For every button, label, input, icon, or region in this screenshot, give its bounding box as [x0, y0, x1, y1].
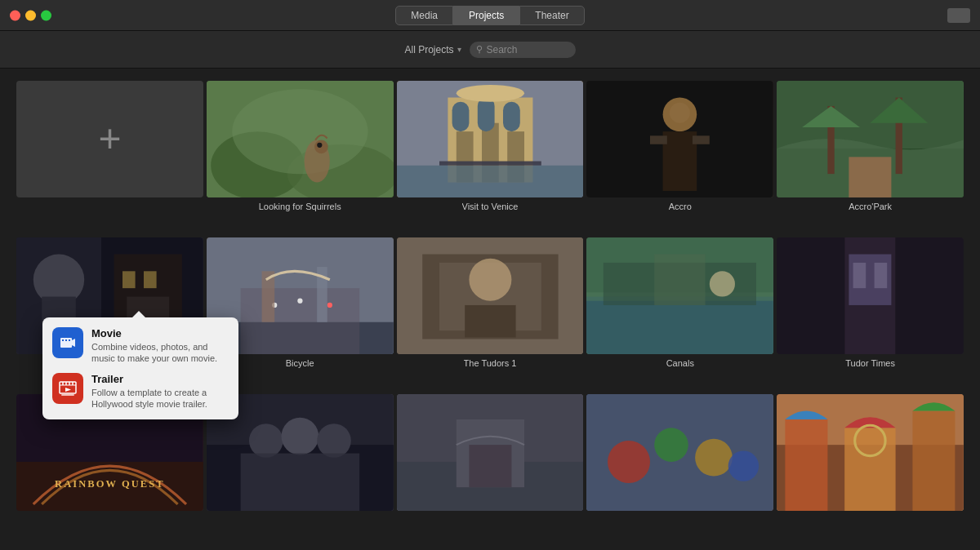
project-thumbnail [777, 237, 964, 354]
svg-rect-42 [849, 157, 892, 197]
title-bar: Media Projects Theater [0, 0, 980, 31]
maximize-button[interactable] [41, 10, 51, 20]
list-item[interactable] [777, 394, 964, 538]
svg-marker-11 [65, 388, 71, 392]
search-input[interactable] [487, 44, 556, 55]
project-thumbnail [397, 81, 584, 197]
list-item[interactable] [397, 394, 584, 538]
svg-point-57 [327, 303, 332, 308]
svg-text:RAINBOW QUEST: RAINBOW QUEST [55, 478, 165, 490]
popup-trailer-text: Trailer Follow a template to create a Ho… [91, 373, 229, 410]
svg-rect-79 [896, 237, 964, 354]
project-thumbnail [586, 237, 773, 354]
projects-grid: + Movie Combine videos, photos, and musi… [0, 69, 980, 550]
list-item[interactable]: Accro'Park [777, 81, 964, 234]
window-resize-button[interactable] [947, 8, 970, 23]
svg-rect-25 [452, 102, 469, 131]
svg-rect-37 [586, 81, 773, 197]
tab-media[interactable]: Media [395, 6, 453, 25]
popup-trailer-item[interactable]: Trailer Follow a template to create a Ho… [52, 373, 229, 410]
tab-projects[interactable]: Projects [453, 6, 519, 25]
svg-rect-78 [777, 237, 844, 354]
svg-rect-0 [60, 338, 72, 348]
movie-desc: Combine videos, photos, and music to mak… [91, 341, 229, 365]
tab-group: Media Projects Theater [395, 6, 584, 25]
minimize-button[interactable] [25, 10, 36, 20]
project-thumbnail [586, 394, 773, 511]
plus-icon: + [98, 119, 121, 158]
project-label: Visit to Venice [462, 202, 519, 211]
svg-rect-65 [397, 237, 584, 354]
project-label: Accro [669, 202, 692, 211]
project-thumbnail [777, 81, 964, 197]
popup-movie-item[interactable]: Movie Combine videos, photos, and music … [52, 327, 229, 365]
project-thumbnail [397, 237, 584, 354]
svg-rect-5 [60, 382, 76, 393]
popup-movie-text: Movie Combine videos, photos, and music … [91, 327, 229, 365]
svg-rect-72 [586, 237, 773, 354]
list-item[interactable]: Visit to Venice [397, 81, 584, 234]
project-label: Accro'Park [849, 202, 892, 211]
project-thumbnail [397, 394, 584, 511]
svg-rect-54 [240, 288, 359, 354]
svg-rect-77 [875, 263, 888, 288]
svg-point-56 [297, 299, 302, 304]
new-project-box: + [16, 81, 203, 197]
svg-rect-28 [397, 166, 584, 197]
project-label: Canals [666, 358, 694, 368]
toolbar: All Projects ▾ ⚲ [0, 31, 980, 69]
list-item[interactable] [586, 394, 773, 538]
project-thumbnail [207, 81, 394, 197]
trailer-title: Trailer [91, 373, 229, 385]
chevron-down-icon: ▾ [457, 45, 461, 54]
movie-title: Movie [91, 327, 229, 339]
svg-marker-1 [72, 339, 75, 347]
svg-point-16 [232, 89, 368, 174]
list-item[interactable]: Accro [586, 81, 773, 234]
svg-rect-94 [397, 394, 584, 511]
movie-icon [52, 327, 83, 358]
list-item[interactable]: Looking for Squirrels [207, 81, 394, 234]
svg-rect-76 [853, 263, 866, 288]
search-box[interactable]: ⚲ [470, 42, 576, 58]
trailer-icon [52, 373, 83, 404]
project-label: Tudor Times [845, 358, 895, 368]
svg-rect-12 [61, 394, 74, 396]
list-item[interactable]: The Tudors 1 [397, 237, 584, 391]
new-project-popup: Movie Combine videos, photos, and music … [42, 317, 238, 419]
project-label: Bicycle [286, 358, 314, 368]
project-label: Looking for Squirrels [259, 202, 341, 211]
svg-rect-4 [69, 339, 70, 341]
new-project-button[interactable]: + Movie Combine videos, photos, and musi… [16, 81, 203, 234]
project-thumbnail [586, 81, 773, 197]
svg-rect-108 [777, 394, 964, 511]
svg-point-29 [456, 85, 523, 102]
all-projects-label: All Projects [404, 44, 453, 55]
svg-rect-2 [62, 339, 64, 341]
search-icon: ⚲ [476, 44, 483, 55]
project-label: The Tudors 1 [464, 358, 517, 368]
list-item[interactable]: Canals [586, 237, 773, 391]
all-projects-dropdown[interactable]: All Projects ▾ [404, 44, 461, 55]
svg-point-19 [317, 143, 322, 148]
list-item[interactable]: Tudor Times [777, 237, 964, 391]
svg-rect-101 [586, 394, 773, 511]
tab-theater[interactable]: Theater [519, 6, 584, 25]
traffic-lights [10, 10, 51, 20]
project-thumbnail [777, 394, 964, 511]
svg-rect-30 [439, 162, 541, 166]
svg-rect-3 [65, 339, 67, 341]
trailer-desc: Follow a template to create a Hollywood … [91, 387, 229, 410]
svg-rect-27 [503, 102, 520, 131]
svg-rect-26 [477, 98, 494, 132]
close-button[interactable] [10, 10, 20, 20]
